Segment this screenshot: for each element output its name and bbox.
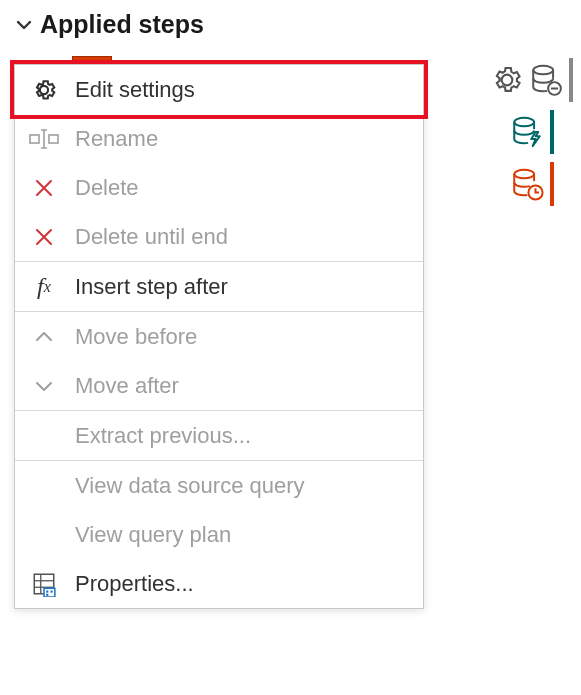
source-step-icon <box>72 56 112 64</box>
menu-item-label: View query plan <box>75 522 409 548</box>
menu-item-label: Move after <box>75 373 409 399</box>
fx-icon: fx <box>29 273 59 300</box>
step-icon-column <box>491 56 573 208</box>
svg-rect-14 <box>46 590 48 592</box>
database-lightning-icon <box>510 115 544 149</box>
step-indicator <box>550 162 554 206</box>
applied-steps-header[interactable]: Applied steps <box>0 0 581 47</box>
chevron-down-icon <box>14 15 34 35</box>
svg-point-4 <box>514 170 534 179</box>
menu-item-move-after[interactable]: Move after <box>15 361 423 410</box>
menu-item-move-before[interactable]: Move before <box>15 312 423 361</box>
step-indicator <box>550 110 554 154</box>
menu-item-view-query-plan[interactable]: View query plan <box>15 510 423 559</box>
menu-item-rename[interactable]: Rename <box>15 114 423 163</box>
gear-icon[interactable] <box>491 64 523 96</box>
menu-item-label: View data source query <box>75 473 409 499</box>
svg-rect-6 <box>30 135 39 143</box>
svg-rect-13 <box>44 588 55 597</box>
rename-icon <box>29 127 59 151</box>
step-row-gear[interactable] <box>491 56 573 104</box>
menu-item-label: Delete <box>75 175 409 201</box>
menu-item-delete[interactable]: Delete <box>15 163 423 212</box>
menu-item-edit-settings[interactable]: Edit settings <box>15 65 423 114</box>
svg-rect-16 <box>46 593 48 595</box>
svg-point-3 <box>514 118 534 127</box>
step-row-clock[interactable] <box>510 160 554 208</box>
x-icon <box>29 225 59 249</box>
context-menu: Edit settings Rename Delete Delete until… <box>14 64 424 609</box>
svg-point-0 <box>533 66 553 75</box>
chevron-up-icon <box>29 325 59 349</box>
menu-item-label: Delete until end <box>75 224 409 250</box>
menu-item-label: Insert step after <box>75 274 409 300</box>
menu-item-label: Extract previous... <box>75 423 409 449</box>
menu-item-view-data-source-query[interactable]: View data source query <box>15 461 423 510</box>
applied-steps-title: Applied steps <box>40 10 204 39</box>
menu-item-label: Move before <box>75 324 409 350</box>
x-icon <box>29 176 59 200</box>
menu-item-label: Rename <box>75 126 409 152</box>
svg-rect-15 <box>51 590 53 592</box>
database-minus-icon <box>529 63 563 97</box>
menu-item-label: Properties... <box>75 571 409 597</box>
menu-item-insert-step-after[interactable]: fx Insert step after <box>15 262 423 311</box>
properties-icon <box>29 571 59 597</box>
menu-item-label: Edit settings <box>75 77 409 103</box>
menu-item-properties[interactable]: Properties... <box>15 559 423 608</box>
menu-item-extract-previous[interactable]: Extract previous... <box>15 411 423 460</box>
database-clock-icon <box>510 167 544 201</box>
gear-icon <box>29 76 59 104</box>
step-indicator <box>569 58 573 102</box>
svg-rect-7 <box>49 135 58 143</box>
step-row-lightning[interactable] <box>510 108 554 156</box>
menu-item-delete-until-end[interactable]: Delete until end <box>15 212 423 261</box>
chevron-down-icon <box>29 374 59 398</box>
